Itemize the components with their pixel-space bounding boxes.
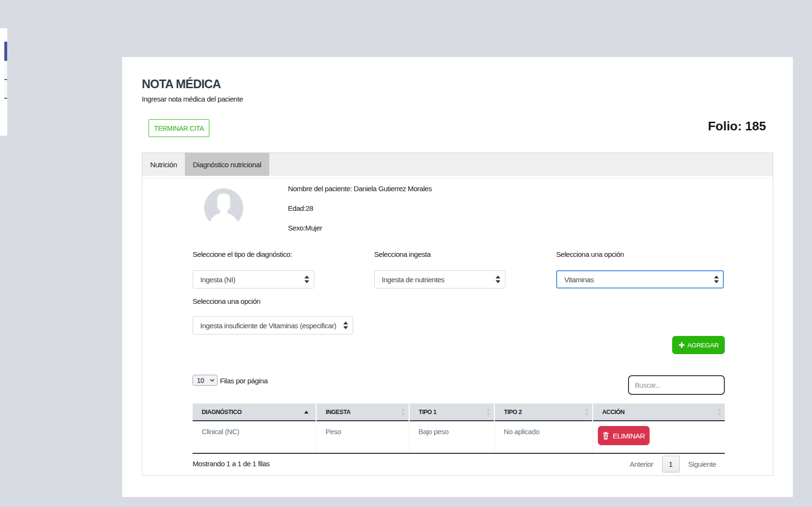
column-header-diagnostico[interactable]: DIAGNÓSTICO: [193, 403, 316, 421]
diagnosis-type-select[interactable]: Ingesta (NI): [193, 270, 314, 288]
sort-icon: [584, 409, 589, 415]
table-header-row: DIAGNÓSTICO INGESTA TI: [193, 403, 725, 421]
patient-name: Nombre del paciente: Daniela Gutierrez M…: [288, 185, 432, 192]
page-title: NOTA MÉDICA: [142, 78, 221, 90]
pagination: Anterior 1 Siguiente: [630, 456, 716, 472]
patient-age: Edad:28: [288, 205, 313, 212]
plus-icon: [678, 342, 685, 348]
sort-icon: [717, 409, 721, 415]
cell-accion: ELIMINAR: [593, 421, 725, 453]
tab-nutricion[interactable]: Nutrición: [142, 153, 185, 176]
rows-per-page-label: Filas por página: [220, 377, 268, 385]
agregar-label: AGREGAR: [687, 342, 719, 349]
option2-select[interactable]: Ingesta insuficiente de Vitaminas (espec…: [193, 316, 353, 334]
page-subtitle: Ingresar nota médica del paciente: [142, 95, 243, 103]
option2-label: Selecciona una opción: [193, 298, 261, 305]
diagnostics-table: DIAGNÓSTICO INGESTA TI: [193, 403, 725, 454]
column-header-tipo2[interactable]: TIPO 2: [494, 403, 593, 421]
option-select-wrap: Vitaminas: [556, 270, 724, 288]
nota-medica-card: NOTA MÉDICA Ingresar nota médica del pac…: [122, 57, 793, 497]
intake-select-wrap: Ingesta de nutrientes: [374, 270, 505, 288]
sort-asc-icon: [304, 411, 309, 414]
eliminar-button[interactable]: ELIMINAR: [598, 426, 650, 445]
column-header-accion[interactable]: ACCIÓN: [593, 403, 725, 421]
agregar-button[interactable]: AGREGAR: [672, 336, 725, 354]
search-input[interactable]: [628, 375, 725, 395]
panel-tick: [4, 98, 7, 99]
sort-icon: [401, 409, 405, 415]
person-icon: [204, 188, 243, 228]
eliminar-label: ELIMINAR: [613, 432, 645, 440]
rows-per-page-wrap: 10: [193, 375, 217, 386]
tab-diagnostico-nutricional[interactable]: Diagnóstico nutricional: [185, 153, 269, 176]
cell-ingesta: Peso: [316, 421, 409, 453]
option-label: Selecciona una opción: [556, 251, 624, 258]
cell-tipo2: No aplicado: [494, 421, 593, 453]
panel-tick: [4, 79, 7, 80]
trash-icon: [602, 432, 609, 440]
intake-label: Selecciona ingesta: [374, 251, 431, 258]
option2-select-wrap: Ingesta insuficiente de Vitaminas (espec…: [193, 316, 353, 334]
intake-select[interactable]: Ingesta de nutrientes: [374, 270, 505, 288]
cell-diagnostico: Clinical (NC): [193, 421, 316, 453]
terminar-cita-button[interactable]: TERMINAR CITA: [149, 119, 209, 137]
option-select[interactable]: Vitaminas: [556, 270, 724, 288]
tab-strip: Nutrición Diagnóstico nutricional: [142, 153, 773, 176]
column-header-tipo1[interactable]: TIPO 1: [409, 403, 494, 421]
page: NOTA MÉDICA Ingresar nota médica del pac…: [0, 0, 812, 507]
avatar: [204, 188, 243, 228]
pagination-page-1[interactable]: 1: [662, 456, 680, 472]
pagination-prev[interactable]: Anterior: [630, 460, 653, 468]
cell-tipo1: Bajo peso: [409, 421, 494, 453]
tabs-container: Nutrición Diagnóstico nutricional Nombre…: [142, 152, 773, 476]
diagnosis-type-select-wrap: Ingesta (NI): [193, 270, 314, 288]
pagination-next[interactable]: Siguiente: [688, 460, 717, 468]
rows-per-page-select[interactable]: 10: [193, 375, 217, 386]
content-divider: [142, 178, 773, 178]
panel-accent-bar: [4, 42, 7, 61]
diagnosis-type-label: Seleccione el tipo de diagnóstico:: [193, 251, 292, 258]
table-summary: Mostrando 1 a 1 de 1 filas: [193, 460, 270, 468]
patient-sex: Sexo:Mujer: [288, 224, 322, 231]
folio-number: Folio: 185: [708, 120, 766, 132]
column-header-ingesta[interactable]: INGESTA: [316, 403, 409, 421]
table-row: Clinical (NC) Peso Bajo peso No aplicado: [193, 421, 725, 453]
sort-icon: [486, 409, 491, 415]
clipped-side-panel: [0, 28, 7, 136]
